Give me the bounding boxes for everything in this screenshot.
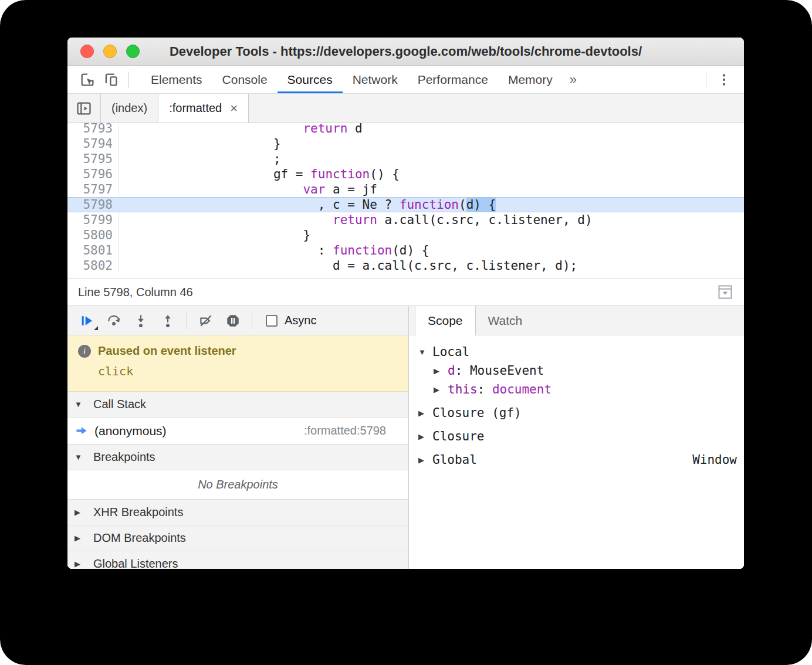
section-global-listeners[interactable]: ▶Global Listeners — [67, 551, 408, 569]
triangle-down-icon[interactable]: ▼ — [418, 348, 432, 357]
triangle-right-icon[interactable]: ▶ — [418, 432, 432, 441]
tab-sources[interactable]: Sources — [278, 66, 343, 93]
scope-row[interactable]: ▶d: MouseEvent — [409, 361, 744, 380]
triangle-right-icon[interactable]: ▶ — [434, 367, 448, 375]
scope-row[interactable]: ▼Local — [409, 342, 744, 361]
devtools-window: Developer Tools - https://developers.goo… — [67, 38, 744, 569]
info-icon — [78, 345, 91, 358]
triangle-down-icon[interactable]: ▼ — [75, 400, 86, 409]
async-label[interactable]: Async — [285, 314, 316, 327]
code-text[interactable]: return a.call(c.src, c.listener, d) — [119, 212, 593, 228]
scope-label: this: document — [448, 382, 552, 396]
toolbar-separator — [128, 72, 129, 88]
code-text[interactable]: : function(d) { — [119, 243, 429, 258]
resume-button[interactable] — [73, 309, 100, 333]
triangle-right-icon[interactable]: ▶ — [418, 456, 432, 464]
call-stack-header[interactable]: ▼ Call Stack — [67, 392, 408, 418]
tab-scope[interactable]: Scope — [415, 306, 476, 335]
devtools-menu-button[interactable] — [712, 68, 736, 91]
triangle-right-icon[interactable]: ▶ — [418, 409, 432, 418]
scope-row[interactable]: ▶Closure — [409, 427, 744, 446]
tab-memory[interactable]: Memory — [498, 66, 563, 93]
toolbar-separator — [187, 313, 187, 329]
paused-message: Paused on event listener click — [67, 335, 408, 392]
close-window-button[interactable] — [80, 45, 94, 58]
line-number[interactable]: 5793 — [67, 123, 119, 136]
scope-label: Closure (gf) — [432, 406, 522, 420]
code-text[interactable]: var a = jf — [119, 182, 377, 197]
triangle-down-icon[interactable]: ▼ — [75, 453, 86, 462]
code-line-5801: 5801 : function(d) { — [67, 243, 744, 258]
scope-row[interactable]: ▶this: document — [409, 380, 744, 399]
deactivate-breakpoints-icon — [198, 313, 214, 328]
paused-message-row: Paused on event listener — [78, 344, 398, 358]
main-toolbar: ElementsConsoleSourcesNetworkPerformance… — [67, 66, 744, 94]
code-text[interactable]: ; — [119, 151, 281, 167]
async-toggle[interactable]: Async — [266, 314, 316, 327]
navigator-toggle-button[interactable] — [67, 94, 100, 123]
editor-status-bar: Line 5798, Column 46 — [67, 278, 744, 306]
section-dom-breakpoints[interactable]: ▶DOM Breakpoints — [67, 525, 408, 551]
file-tab-formatted[interactable]: :formatted× — [158, 94, 249, 123]
section-label: DOM Breakpoints — [93, 531, 186, 545]
code-text[interactable]: } — [119, 228, 310, 243]
triangle-right-icon[interactable]: ▶ — [75, 559, 86, 568]
device-toolbar-button[interactable] — [99, 68, 123, 91]
tab-console[interactable]: Console — [212, 66, 278, 93]
line-number[interactable]: 5796 — [67, 167, 119, 182]
frame-name: (anonymous) — [94, 424, 167, 438]
file-tab-label: (index) — [111, 101, 147, 115]
line-number[interactable]: 5802 — [67, 258, 119, 273]
fullscreen-window-button[interactable] — [126, 45, 140, 58]
code-text[interactable]: return d — [119, 123, 363, 136]
code-text[interactable]: , c = Ne ? function(d) { — [119, 197, 496, 212]
step-out-button[interactable] — [154, 309, 181, 333]
triangle-right-icon[interactable]: ▶ — [434, 385, 448, 394]
breakpoints-header[interactable]: ▼ Breakpoints — [67, 445, 408, 470]
pause-on-exceptions-button[interactable] — [219, 309, 246, 333]
line-number[interactable]: 5800 — [67, 228, 119, 243]
triangle-right-icon[interactable]: ▶ — [75, 508, 86, 517]
step-over-button[interactable] — [100, 309, 127, 333]
line-number[interactable]: 5797 — [67, 182, 119, 197]
line-number[interactable]: 5795 — [67, 151, 119, 167]
window-title: Developer Tools - https://developers.goo… — [67, 44, 744, 59]
tab-elements[interactable]: Elements — [141, 66, 212, 93]
line-number[interactable]: 5801 — [67, 243, 119, 258]
panel-corner-button[interactable] — [717, 284, 733, 300]
window-titlebar[interactable]: Developer Tools - https://developers.goo… — [67, 38, 744, 66]
no-breakpoints-message: No Breakpoints — [67, 470, 408, 500]
file-tab-label: :formatted — [169, 101, 222, 115]
tab-performance[interactable]: Performance — [408, 66, 498, 93]
triangle-right-icon[interactable]: ▶ — [75, 534, 86, 542]
tab-network[interactable]: Network — [343, 66, 408, 93]
line-number[interactable]: 5798 — [67, 197, 119, 212]
line-number[interactable]: 5794 — [67, 136, 119, 151]
panel-tabs: ElementsConsoleSourcesNetworkPerformance… — [141, 66, 563, 93]
section-label: Global Listeners — [93, 557, 178, 569]
dropdown-corner-icon — [94, 326, 98, 330]
code-text[interactable]: gf = function() { — [119, 167, 400, 182]
tab-watch[interactable]: Watch — [476, 306, 535, 335]
code-line-5794: 5794 } — [67, 136, 744, 151]
scope-row[interactable]: ▶Closure (gf) — [409, 403, 744, 422]
deactivate-breakpoints-button[interactable] — [192, 309, 219, 333]
more-panels-button[interactable]: » — [563, 72, 584, 87]
step-out-icon — [160, 313, 175, 328]
scope-row[interactable]: ▶GlobalWindow — [409, 450, 744, 469]
frame-location: :formatted:5798 — [304, 424, 400, 437]
code-text[interactable]: d = a.call(c.src, c.listener, d); — [119, 258, 577, 273]
section-xhr-breakpoints[interactable]: ▶XHR Breakpoints — [67, 500, 408, 525]
sidebar-tabs: ScopeWatch — [409, 306, 744, 335]
line-number[interactable]: 5799 — [67, 212, 119, 228]
collapsed-sections: ▶XHR Breakpoints▶DOM Breakpoints▶Global … — [67, 500, 408, 569]
file-tab-index[interactable]: (index) — [100, 94, 158, 123]
step-into-button[interactable] — [127, 309, 154, 333]
close-icon[interactable]: × — [230, 102, 238, 115]
async-checkbox[interactable] — [266, 315, 278, 327]
call-stack-frame[interactable]: (anonymous) :formatted:5798 — [67, 418, 408, 445]
minimize-window-button[interactable] — [103, 45, 117, 58]
code-text[interactable]: } — [119, 136, 281, 151]
scope-watch-pane: ScopeWatch ▼Local▶d: MouseEvent▶this: do… — [408, 306, 744, 569]
inspect-element-button[interactable] — [76, 68, 99, 91]
